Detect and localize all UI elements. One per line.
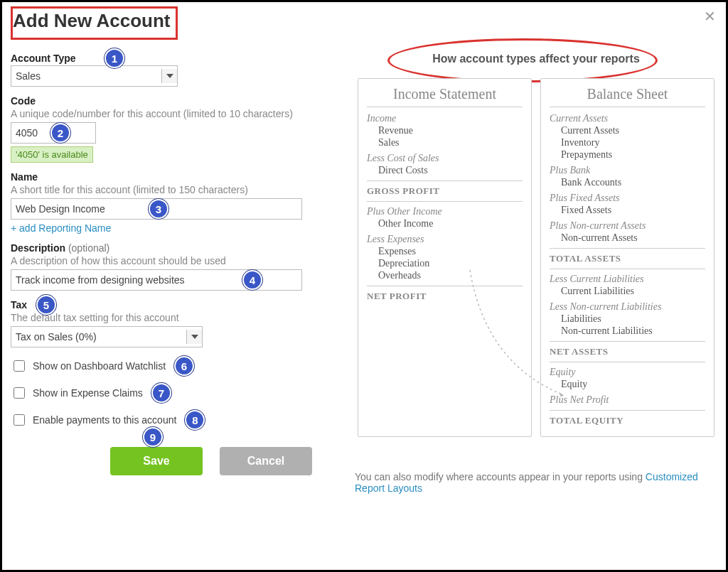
balance-sheet-card: Balance Sheet Current Assets Current Ass… [540,78,714,437]
account-type-select[interactable]: Sales [11,65,178,87]
description-label: Description [11,242,65,254]
badge-7: 7 [151,383,171,403]
income-statement-card: Income Statement Income Revenue Sales Le… [358,78,532,437]
info-title: How account types affect your reports [408,53,664,65]
tax-select[interactable]: Tax on Sales (0%) [11,326,203,347]
balance-sheet-heading: Balance Sheet [550,86,705,107]
tax-value: Tax on Sales (0%) [16,331,97,342]
enable-payments-label: Enable payments to this account [33,414,176,426]
enable-payments-checkbox[interactable] [14,414,25,426]
name-helper: A short title for this account (limited … [11,184,338,195]
code-label: Code [11,95,36,107]
footer-note: You can also modify where accounts appea… [355,471,717,494]
expense-claims-checkbox[interactable] [14,387,25,399]
code-available-msg: '4050' is available [11,146,93,163]
save-button[interactable]: Save [110,447,203,475]
badge-4: 4 [242,270,262,290]
tax-helper: The default tax setting for this account [11,312,338,323]
add-reporting-name-link[interactable]: + add Reporting Name [11,222,111,234]
account-type-label: Account Type [11,53,76,64]
badge-3: 3 [149,199,168,219]
form-panel: Account Type 1 Sales Code A unique code/… [11,53,338,494]
description-helper: A description of how this account should… [11,255,338,266]
expense-claims-label: Show in Expense Claims [33,387,143,399]
dialog-title: Add New Account [13,10,170,31]
badge-1: 1 [105,48,124,68]
badge-5: 5 [36,295,56,315]
watchlist-label: Show on Dashboard Watchlist [33,360,166,372]
chevron-down-icon [186,330,202,344]
title-highlight: Add New Account [11,6,178,40]
cancel-button[interactable]: Cancel [220,447,312,475]
dialog-frame: ✕ Add New Account Account Type 1 Sales C… [0,0,728,572]
description-optional: (optional) [68,242,109,254]
info-panel: How account types affect your reports In… [355,53,717,494]
badge-9: 9 [143,427,163,447]
close-icon[interactable]: ✕ [704,8,716,25]
watchlist-checkbox[interactable] [14,360,25,372]
name-label: Name [11,171,38,183]
chevron-down-icon [161,69,177,83]
income-statement-heading: Income Statement [367,86,523,107]
account-type-value: Sales [16,70,41,82]
code-helper: A unique code/number for this account (l… [11,108,338,119]
badge-8: 8 [185,410,205,430]
badge-2: 2 [50,123,70,143]
tax-label: Tax [11,299,27,311]
badge-6: 6 [174,356,194,376]
